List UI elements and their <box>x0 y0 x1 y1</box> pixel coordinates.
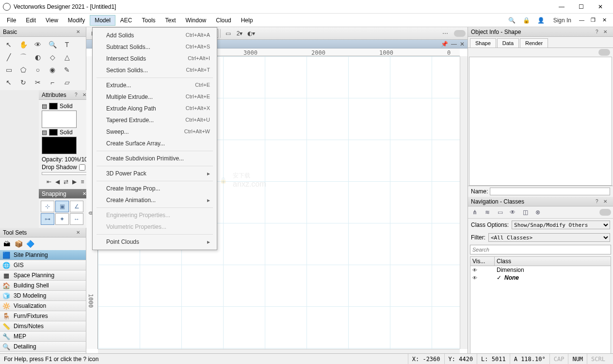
search-input[interactable] <box>470 245 611 254</box>
zoom-select[interactable]: 2▾ <box>234 29 245 38</box>
menu-text[interactable]: Text <box>161 15 181 26</box>
nav-prev-icon[interactable]: ◀ <box>55 178 60 185</box>
rotate-tool[interactable]: ↻ <box>16 77 30 88</box>
menu-item-subtract-solids[interactable]: Subtract Solids...Ctrl+Alt+S <box>93 41 217 53</box>
menu-item-create-subdivision-primitive[interactable]: Create Subdivision Primitive... <box>93 153 217 164</box>
menu-item-create-image-prop[interactable]: Create Image Prop... <box>93 183 217 194</box>
menu-cloud[interactable]: Cloud <box>211 15 236 26</box>
flyover-tool[interactable]: 👁 <box>31 39 45 50</box>
tab-data[interactable]: Data <box>497 38 519 47</box>
render-icon[interactable]: ◐▾ <box>246 29 257 38</box>
menu-item-multiple-extrude[interactable]: Multiple Extrude...Ctrl+Alt+E <box>93 91 217 103</box>
nav-first-icon[interactable]: ⇤ <box>47 178 51 185</box>
polygon-tool[interactable]: ⬠ <box>16 64 30 76</box>
menu-item-create-surface-array[interactable]: Create Surface Array... <box>93 138 217 149</box>
toolset-gis[interactable]: 🌐GIS <box>0 260 86 270</box>
tool-a[interactable]: ◐ <box>31 51 45 63</box>
minimize-icon[interactable]: — <box>451 41 457 47</box>
menu-item-create-animation[interactable]: Create Animation...▸ <box>93 194 217 206</box>
maximize-button[interactable]: ☐ <box>571 1 591 13</box>
search-icon[interactable]: 🔍 <box>507 15 517 26</box>
mdi-minimize-icon[interactable]: — <box>579 17 588 24</box>
lock-icon[interactable]: 🔒 <box>521 15 532 26</box>
overflow-icon[interactable]: ⋯ <box>439 30 451 37</box>
mdi-restore-icon[interactable]: ❐ <box>591 17 599 24</box>
signin-button[interactable]: Sign In <box>548 15 576 26</box>
menu-model[interactable]: Model <box>90 15 115 26</box>
tool-b[interactable]: ◇ <box>46 51 59 63</box>
close-icon[interactable]: ✕ <box>76 230 83 235</box>
spiral-tool[interactable]: ◉ <box>46 64 59 76</box>
menu-item-section-solids[interactable]: Section Solids...Ctrl+Alt+T <box>93 64 217 76</box>
menu-item-tapered-extrude[interactable]: Tapered Extrude...Ctrl+Alt+U <box>93 114 217 126</box>
views-icon[interactable]: 👁 <box>508 208 517 217</box>
toggle-pill[interactable] <box>454 30 466 37</box>
snap-smart[interactable]: ✦ <box>55 213 69 225</box>
name-input[interactable] <box>490 188 610 195</box>
toolset-icon-3[interactable]: 🔷 <box>25 239 35 249</box>
scissors-tool[interactable]: ✂ <box>31 77 45 88</box>
nav-next-icon[interactable]: ▶ <box>72 178 77 185</box>
tab-shape[interactable]: Shape <box>470 38 496 47</box>
dropshadow-checkbox[interactable] <box>79 164 85 171</box>
user-icon[interactable]: 👤 <box>536 15 547 26</box>
text-tool[interactable]: T <box>60 39 74 50</box>
menu-aec[interactable]: AEC <box>115 15 137 26</box>
toolset-icon-1[interactable]: 🏔 <box>1 239 12 249</box>
help-icon[interactable]: ? <box>596 199 602 204</box>
toolset-site-planning[interactable]: 🟦Site Planning <box>0 250 86 260</box>
toolset-visualization[interactable]: 🔆Visualization <box>0 301 86 311</box>
col-class[interactable]: Class <box>495 257 611 266</box>
mirror-tool[interactable]: ▱ <box>60 77 74 88</box>
menu-help[interactable]: Help <box>236 15 258 26</box>
sheets-icon[interactable]: ▭ <box>495 208 505 217</box>
tab-render[interactable]: Render <box>520 38 548 47</box>
nav-menu-icon[interactable]: ≡ <box>81 178 84 185</box>
toolset-dims-notes[interactable]: 📏Dims/Notes <box>0 321 86 332</box>
menu-item-extrude-along-path[interactable]: Extrude Along PathCtrl+Alt+X <box>93 103 217 114</box>
cursor-tool[interactable]: ↖ <box>2 77 16 88</box>
nav-link-icon[interactable]: ⇄ <box>64 178 68 185</box>
col-vis[interactable]: Vis... <box>470 257 495 266</box>
close-button[interactable]: ✕ <box>591 1 610 13</box>
menu-view[interactable]: View <box>41 15 63 26</box>
menu-item-3d-power-pack[interactable]: 3D Power Pack▸ <box>93 168 217 179</box>
snap-grid[interactable]: ⊹ <box>41 201 54 212</box>
rect-tool[interactable]: ▭ <box>2 64 16 76</box>
snap-dist[interactable]: ↔ <box>70 213 83 225</box>
line-style-preview[interactable] <box>42 172 89 175</box>
layers-icon[interactable]: ≋ <box>483 208 492 217</box>
classes-icon[interactable]: ⋔ <box>470 208 480 217</box>
menu-file[interactable]: File <box>2 15 21 26</box>
zoom-tool[interactable]: 🔍 <box>46 39 59 50</box>
pin-icon[interactable]: 📌 <box>441 41 448 47</box>
pen-preview[interactable] <box>42 137 77 154</box>
arc-tool[interactable]: ⌒ <box>16 51 30 63</box>
class-row-dimension[interactable]: 👁Dimension <box>470 266 611 274</box>
pen-menu-icon[interactable]: ▤ <box>42 129 47 136</box>
toolset-3d-modeling[interactable]: 🧊3D Modeling <box>0 291 86 301</box>
snap-object[interactable]: ▣ <box>55 201 69 212</box>
toolset-detailing[interactable]: 🔍Detailing <box>0 342 86 352</box>
vertical-scrollbar[interactable] <box>460 56 468 349</box>
toolset-building-shell[interactable]: 🏠Building Shell <box>0 281 86 291</box>
menu-edit[interactable]: Edit <box>21 15 41 26</box>
class-options-select[interactable]: Show/Snap/Modify Others <box>512 221 610 229</box>
menu-item-extrude[interactable]: Extrude...Ctrl+E <box>93 79 217 91</box>
close-icon[interactable]: ✕ <box>603 199 610 204</box>
toggle-pill[interactable] <box>599 209 611 216</box>
pen-swatch[interactable] <box>49 129 58 136</box>
snap-intersect[interactable]: ⊶ <box>41 213 54 225</box>
menu-item-add-solids[interactable]: Add SolidsCtrl+Alt+A <box>93 30 217 41</box>
toolset-furn-fixtures[interactable]: 🪑Furn/Fixtures <box>0 311 86 321</box>
tool-c[interactable]: △ <box>60 51 74 63</box>
attributes-panel-header[interactable]: Attributes ? ✕ <box>39 90 92 100</box>
minimize-button[interactable]: — <box>552 1 571 13</box>
fill-menu-icon[interactable]: ▤ <box>42 103 47 110</box>
menu-window[interactable]: Window <box>181 15 211 26</box>
filter-select[interactable]: <All Classes> <box>488 233 610 242</box>
line-tool[interactable]: ╱ <box>2 51 16 63</box>
snap-angle[interactable]: ∠ <box>70 201 83 212</box>
toolset-mep[interactable]: 🔧MEP <box>0 332 86 342</box>
menu-item-sweep[interactable]: Sweep...Ctrl+Alt+W <box>93 126 217 138</box>
